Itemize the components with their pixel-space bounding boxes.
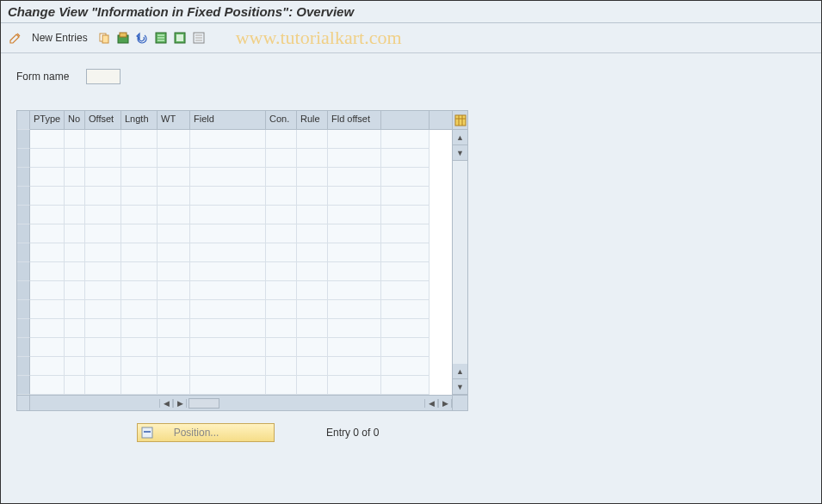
table-cell[interactable] [297, 319, 328, 338]
hscroll-left2-icon[interactable]: ◀ [424, 399, 438, 408]
col-header-rule[interactable]: Rule [297, 111, 328, 129]
table-cell[interactable] [65, 168, 85, 187]
table-cell[interactable] [30, 149, 65, 168]
table-cell[interactable] [30, 376, 65, 395]
table-cell[interactable] [121, 262, 158, 281]
table-cell[interactable] [381, 149, 430, 168]
table-cell[interactable] [30, 130, 65, 149]
table-cell[interactable] [297, 262, 328, 281]
table-cell[interactable] [266, 300, 297, 319]
row-selector[interactable] [17, 187, 30, 206]
table-cell[interactable] [190, 224, 266, 243]
table-cell[interactable] [381, 281, 430, 300]
table-settings-icon[interactable] [453, 111, 467, 130]
table-cell[interactable] [30, 300, 65, 319]
table-cell[interactable] [85, 262, 121, 281]
table-cell[interactable] [297, 281, 328, 300]
table-cell[interactable] [190, 262, 266, 281]
table-cell[interactable] [381, 224, 430, 243]
row-selector[interactable] [17, 300, 30, 319]
table-cell[interactable] [65, 357, 85, 376]
table-cell[interactable] [190, 376, 266, 395]
save-variant-icon[interactable] [115, 30, 131, 46]
vscroll-down2-icon[interactable]: ▼ [453, 379, 467, 395]
row-selector[interactable] [17, 376, 30, 395]
table-cell[interactable] [85, 281, 121, 300]
table-cell[interactable] [158, 357, 190, 376]
table-cell[interactable] [30, 357, 65, 376]
table-cell[interactable] [266, 149, 297, 168]
table-cell[interactable] [121, 281, 158, 300]
table-cell[interactable] [266, 206, 297, 224]
table-cell[interactable] [158, 243, 190, 262]
table-cell[interactable] [381, 300, 430, 319]
table-cell[interactable] [158, 376, 190, 395]
table-cell[interactable] [328, 130, 381, 149]
col-header-field[interactable]: Field [190, 111, 266, 129]
table-cell[interactable] [85, 338, 121, 357]
col-header-offset[interactable]: Offset [85, 111, 121, 129]
table-cell[interactable] [65, 300, 85, 319]
row-selector[interactable] [17, 130, 30, 149]
vscroll-down-icon[interactable]: ▼ [453, 145, 467, 161]
table-cell[interactable] [266, 338, 297, 357]
table-cell[interactable] [85, 149, 121, 168]
table-cell[interactable] [328, 262, 381, 281]
table-cell[interactable] [121, 187, 158, 206]
table-cell[interactable] [297, 206, 328, 224]
table-cell[interactable] [190, 206, 266, 224]
new-entries-button[interactable]: New Entries [27, 30, 93, 46]
table-cell[interactable] [121, 357, 158, 376]
hscroll-right2-icon[interactable]: ▶ [438, 399, 452, 408]
table-cell[interactable] [158, 149, 190, 168]
table-cell[interactable] [266, 376, 297, 395]
table-cell[interactable] [85, 130, 121, 149]
vscroll-track[interactable] [453, 161, 467, 364]
table-cell[interactable] [381, 187, 430, 206]
col-header-con[interactable]: Con. [266, 111, 297, 129]
copy-icon[interactable] [96, 30, 112, 46]
col-header-extra[interactable] [381, 111, 430, 129]
table-cell[interactable] [30, 224, 65, 243]
table-cell[interactable] [190, 357, 266, 376]
table-cell[interactable] [158, 130, 190, 149]
table-cell[interactable] [30, 206, 65, 224]
table-cell[interactable] [381, 243, 430, 262]
table-cell[interactable] [328, 338, 381, 357]
table-cell[interactable] [190, 187, 266, 206]
table-cell[interactable] [328, 357, 381, 376]
table-cell[interactable] [158, 262, 190, 281]
table-cell[interactable] [30, 262, 65, 281]
position-button[interactable]: Position... [137, 423, 275, 442]
table-cell[interactable] [158, 319, 190, 338]
table-cell[interactable] [297, 357, 328, 376]
table-cell[interactable] [266, 168, 297, 187]
row-selector[interactable] [17, 281, 30, 300]
table-cell[interactable] [190, 130, 266, 149]
table-cell[interactable] [121, 300, 158, 319]
table-cell[interactable] [158, 338, 190, 357]
table-cell[interactable] [65, 149, 85, 168]
table-cell[interactable] [65, 376, 85, 395]
table-cell[interactable] [30, 187, 65, 206]
table-cell[interactable] [297, 149, 328, 168]
select-all-icon[interactable] [153, 30, 169, 46]
hscroll-right-icon[interactable]: ▶ [173, 399, 187, 408]
table-cell[interactable] [328, 300, 381, 319]
table-cell[interactable] [328, 376, 381, 395]
table-cell[interactable] [121, 149, 158, 168]
col-header-wt[interactable]: WT [158, 111, 190, 129]
table-cell[interactable] [328, 206, 381, 224]
table-cell[interactable] [381, 262, 430, 281]
row-selector-header[interactable] [17, 111, 30, 130]
table-cell[interactable] [121, 376, 158, 395]
hscroll-thumb[interactable] [189, 398, 219, 409]
table-cell[interactable] [65, 224, 85, 243]
table-cell[interactable] [266, 187, 297, 206]
table-cell[interactable] [85, 224, 121, 243]
table-cell[interactable] [266, 224, 297, 243]
table-cell[interactable] [297, 338, 328, 357]
table-cell[interactable] [328, 187, 381, 206]
table-cell[interactable] [266, 319, 297, 338]
selection-icon[interactable] [172, 30, 188, 46]
